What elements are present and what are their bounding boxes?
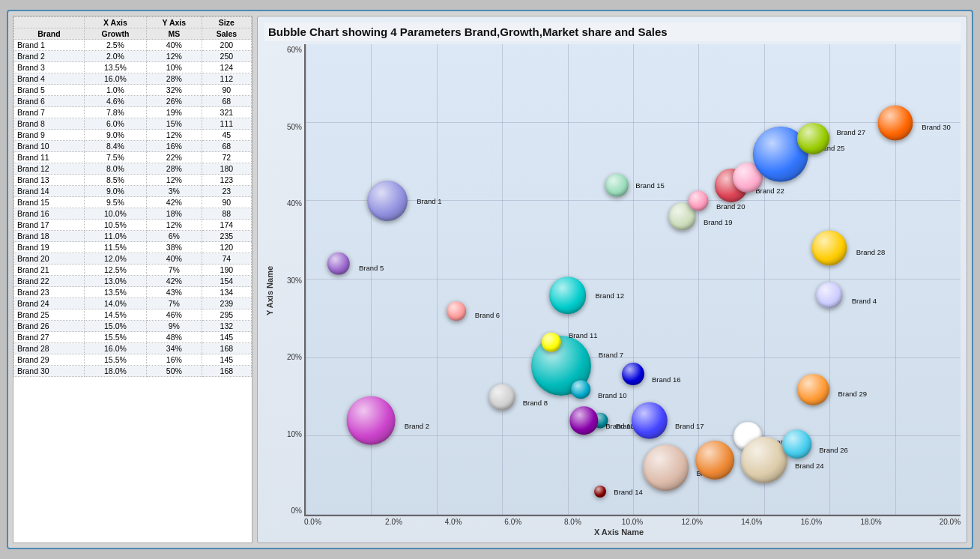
cell-brand: Brand 12 bbox=[14, 163, 85, 175]
bubble-label: Brand 2 bbox=[405, 422, 429, 430]
bubble-label: Brand 15 bbox=[635, 181, 665, 190]
col-xaxis-header: X Axis bbox=[84, 17, 146, 28]
bubble-label: Brand 1 bbox=[417, 197, 441, 205]
table-header-row2: Brand Growth MS Sales bbox=[14, 28, 252, 40]
bubble[interactable] bbox=[877, 105, 913, 140]
bubble-label: Brand 30 bbox=[922, 123, 951, 131]
cell-ms: 28% bbox=[147, 73, 202, 85]
bubble[interactable] bbox=[570, 407, 598, 435]
x-tick: 0.0% bbox=[304, 518, 364, 526]
table-row: Brand 14 9.0% 3% 23 bbox=[14, 186, 252, 197]
chart-area: Y Axis Name 0%10%20%30%40%50%60% Brand 1… bbox=[264, 44, 961, 537]
bubble[interactable] bbox=[489, 384, 515, 411]
col-yaxis-header: Y Axis bbox=[147, 17, 202, 28]
cell-brand: Brand 22 bbox=[14, 276, 85, 287]
cell-growth: 1.0% bbox=[84, 85, 146, 96]
cell-ms: 12% bbox=[147, 51, 202, 62]
grid-v-line bbox=[502, 44, 503, 515]
cell-growth: 18.0% bbox=[84, 366, 146, 377]
cell-growth: 6.0% bbox=[84, 118, 146, 130]
outer-container: X Axis Y Axis Size Brand Growth MS Sales… bbox=[7, 10, 973, 549]
bubble[interactable] bbox=[782, 429, 811, 459]
y-tick: 60% bbox=[287, 46, 304, 54]
bubble[interactable] bbox=[741, 437, 787, 483]
bubble[interactable] bbox=[571, 380, 590, 399]
cell-growth: 14.0% bbox=[84, 298, 146, 309]
bubble[interactable] bbox=[594, 486, 606, 498]
bubble-label: Brand 24 bbox=[795, 462, 824, 470]
cell-sales: 90 bbox=[202, 197, 251, 208]
x-tick: 4.0% bbox=[423, 518, 483, 526]
cell-growth: 7.8% bbox=[84, 107, 146, 118]
bubble[interactable] bbox=[695, 441, 734, 480]
bubble[interactable] bbox=[817, 282, 843, 308]
col-brand-subheader: Brand bbox=[14, 28, 85, 40]
bubble[interactable] bbox=[447, 301, 466, 321]
bubble-label: Brand 16 bbox=[652, 375, 681, 384]
table-row: Brand 18 11.0% 6% 235 bbox=[14, 231, 252, 242]
bubble[interactable] bbox=[797, 123, 829, 154]
bubble-label: Brand 29 bbox=[838, 390, 867, 398]
cell-sales: 72 bbox=[202, 152, 251, 163]
y-tick: 40% bbox=[287, 199, 304, 208]
cell-sales: 295 bbox=[202, 309, 251, 321]
cell-sales: 145 bbox=[202, 354, 251, 366]
table-body: Brand 1 2.5% 40% 200 Brand 2 2.0% 12% 25… bbox=[14, 40, 252, 377]
cell-ms: 15% bbox=[147, 118, 202, 130]
bubble[interactable] bbox=[367, 181, 408, 221]
cell-ms: 6% bbox=[147, 231, 202, 242]
bubble[interactable] bbox=[622, 363, 644, 385]
cell-ms: 50% bbox=[147, 366, 202, 377]
cell-ms: 42% bbox=[147, 276, 202, 287]
y-tick: 0% bbox=[291, 507, 304, 515]
cell-brand: Brand 23 bbox=[14, 287, 85, 298]
x-tick: 14.0% bbox=[722, 518, 781, 526]
table-row: Brand 16 10.0% 18% 88 bbox=[14, 208, 252, 220]
cell-ms: 46% bbox=[147, 309, 202, 321]
bubble[interactable] bbox=[812, 231, 847, 266]
cell-ms: 48% bbox=[147, 332, 202, 343]
y-axis-label: Y Axis Name bbox=[264, 44, 276, 537]
x-tick: 10.0% bbox=[602, 518, 662, 526]
cell-sales: 68 bbox=[202, 141, 251, 152]
bubble[interactable] bbox=[689, 191, 709, 211]
grid-v-line bbox=[437, 44, 438, 515]
data-table-container: X Axis Y Axis Size Brand Growth MS Sales… bbox=[13, 16, 252, 543]
bubble-label: Brand 12 bbox=[595, 291, 624, 300]
cell-sales: 190 bbox=[202, 265, 251, 276]
bubble[interactable] bbox=[605, 174, 628, 196]
bubble[interactable] bbox=[643, 444, 689, 491]
cell-growth: 12.5% bbox=[84, 265, 146, 276]
table-row: Brand 11 7.5% 22% 72 bbox=[14, 152, 252, 163]
bubble[interactable] bbox=[549, 277, 587, 314]
cell-sales: 88 bbox=[202, 208, 251, 220]
table-row: Brand 20 12.0% 40% 74 bbox=[14, 253, 252, 265]
cell-sales: 154 bbox=[202, 276, 251, 287]
x-tick: 12.0% bbox=[662, 518, 722, 526]
cell-brand: Brand 21 bbox=[14, 265, 85, 276]
table-row: Brand 9 9.0% 12% 45 bbox=[14, 130, 252, 141]
cell-ms: 19% bbox=[147, 107, 202, 118]
cell-ms: 3% bbox=[147, 186, 202, 197]
col-sales-subheader: Sales bbox=[202, 28, 251, 40]
bubble[interactable] bbox=[632, 402, 668, 438]
cell-brand: Brand 24 bbox=[14, 298, 85, 309]
plot-area: Brand 1Brand 2Brand 3Brand 4Brand 5Brand… bbox=[304, 44, 961, 516]
cell-brand: Brand 15 bbox=[14, 197, 85, 208]
bubble-label: Brand 28 bbox=[856, 248, 886, 256]
table-row: Brand 4 16.0% 28% 112 bbox=[14, 73, 252, 85]
cell-ms: 7% bbox=[147, 265, 202, 276]
bubble[interactable] bbox=[327, 253, 350, 275]
bubble[interactable] bbox=[797, 373, 829, 405]
bubble-label: Brand 22 bbox=[755, 187, 784, 195]
cell-ms: 9% bbox=[147, 321, 202, 332]
x-tick: 20.0% bbox=[901, 518, 961, 526]
cell-sales: 124 bbox=[202, 62, 251, 73]
cell-ms: 40% bbox=[147, 253, 202, 265]
bubble[interactable] bbox=[541, 332, 561, 352]
cell-ms: 22% bbox=[147, 152, 202, 163]
cell-brand: Brand 8 bbox=[14, 118, 85, 130]
cell-sales: 134 bbox=[202, 287, 251, 298]
bubble[interactable] bbox=[347, 396, 396, 445]
table-row: Brand 2 2.0% 12% 250 bbox=[14, 51, 252, 62]
